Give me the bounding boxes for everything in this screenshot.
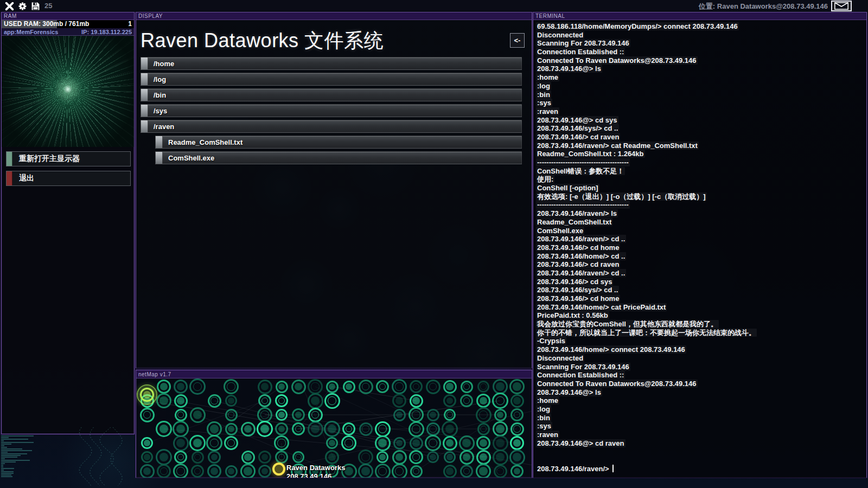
netmap-node[interactable] xyxy=(492,393,508,409)
netmap-node[interactable] xyxy=(189,435,206,451)
netmap-node[interactable] xyxy=(410,394,423,408)
netmap-node[interactable] xyxy=(427,409,439,421)
netmap-node[interactable] xyxy=(173,421,189,437)
netmap-node[interactable] xyxy=(375,435,391,451)
netmap-node[interactable] xyxy=(274,435,289,451)
netmap-node[interactable] xyxy=(190,407,206,423)
netmap-node[interactable] xyxy=(358,464,373,478)
netmap-node[interactable] xyxy=(341,435,356,451)
netmap-node[interactable] xyxy=(509,379,525,394)
netmap-node[interactable] xyxy=(410,436,423,450)
netmap-node[interactable] xyxy=(444,451,456,463)
netmap-node[interactable] xyxy=(510,436,524,450)
netmap-node[interactable] xyxy=(442,421,458,437)
netmap-node[interactable] xyxy=(173,464,188,478)
netmap-node[interactable] xyxy=(308,421,323,437)
netmap-node[interactable] xyxy=(157,380,171,394)
netmap-player-node[interactable] xyxy=(140,388,154,402)
netmap-node[interactable] xyxy=(225,409,238,421)
netmap-node[interactable] xyxy=(275,451,288,464)
netmap-node[interactable] xyxy=(258,465,271,478)
netmap-node[interactable] xyxy=(225,465,238,478)
netmap-node[interactable] xyxy=(476,394,490,408)
netmap-node[interactable] xyxy=(325,450,339,464)
netmap-node[interactable] xyxy=(343,381,355,393)
netmap-node[interactable] xyxy=(191,465,204,478)
netmap-node[interactable] xyxy=(459,450,474,465)
netmap-node[interactable] xyxy=(494,409,507,421)
netmap-node[interactable] xyxy=(393,437,406,450)
exit-button[interactable]: 退出 xyxy=(6,171,131,186)
netmap-node[interactable] xyxy=(510,465,524,478)
netmap-node[interactable] xyxy=(258,451,271,464)
netmap-node[interactable] xyxy=(510,408,524,421)
netmap-node[interactable] xyxy=(241,451,255,464)
netmap-node[interactable] xyxy=(156,421,172,437)
netmap-node[interactable] xyxy=(225,395,237,407)
netmap-node[interactable] xyxy=(308,379,323,394)
netmap-node[interactable] xyxy=(476,450,491,465)
terminal-body[interactable]: 69.58.186.118/home/MemoryDumps/> connect… xyxy=(533,20,866,478)
netmap-node[interactable] xyxy=(189,378,206,395)
netmap-node[interactable] xyxy=(375,464,391,478)
netmap-node[interactable] xyxy=(376,380,389,393)
netmap-node[interactable] xyxy=(224,436,238,450)
netmap-node[interactable] xyxy=(392,450,407,465)
netmap-node[interactable] xyxy=(393,409,406,421)
netmap-node[interactable] xyxy=(493,379,508,394)
netmap-node[interactable] xyxy=(225,423,238,435)
netmap-node[interactable] xyxy=(140,408,155,422)
netmap-node[interactable] xyxy=(477,381,489,393)
netmap-node[interactable] xyxy=(342,422,355,435)
netmap-node[interactable] xyxy=(427,451,439,463)
netmap-node[interactable] xyxy=(308,408,323,422)
netmap-node[interactable] xyxy=(241,422,256,436)
netmap-node[interactable] xyxy=(275,394,288,407)
save-disk-icon[interactable] xyxy=(31,2,40,11)
netmap-node[interactable] xyxy=(257,407,272,422)
netmap-node[interactable] xyxy=(174,380,188,394)
netmap-node[interactable] xyxy=(443,394,456,407)
netmap-node[interactable] xyxy=(444,409,456,421)
netmap-node[interactable] xyxy=(208,394,221,408)
netmap-node[interactable] xyxy=(493,450,508,465)
netmap-node[interactable] xyxy=(292,408,305,421)
netmap-node[interactable] xyxy=(443,436,457,451)
terminal-prompt[interactable]: 208.73.49.146/raven/> xyxy=(537,465,614,473)
settings-gear-icon[interactable] xyxy=(18,2,27,11)
netmap-node[interactable] xyxy=(460,465,473,478)
netmap-node[interactable] xyxy=(173,435,189,451)
netmap-node[interactable] xyxy=(207,464,221,478)
netmap-node[interactable] xyxy=(426,422,440,436)
netmap-node[interactable] xyxy=(292,422,305,435)
netmap-node[interactable] xyxy=(443,465,457,478)
netmap-node[interactable] xyxy=(410,380,423,393)
close-icon[interactable] xyxy=(5,2,14,11)
netmap-node[interactable] xyxy=(477,423,490,435)
netmap-node[interactable] xyxy=(425,435,441,451)
file-entry[interactable]: Readme_ComShell.txt xyxy=(155,136,522,149)
netmap-node[interactable] xyxy=(258,394,271,407)
netmap-node[interactable] xyxy=(326,437,338,449)
netmap-node[interactable] xyxy=(208,451,221,464)
netmap-node[interactable] xyxy=(392,379,407,394)
netmap-node[interactable] xyxy=(494,465,507,478)
netmap-node[interactable] xyxy=(460,394,473,407)
netmap-node[interactable] xyxy=(174,451,187,464)
netmap-node[interactable] xyxy=(476,464,491,478)
netmap-node[interactable] xyxy=(409,450,423,464)
folder-entry[interactable]: /raven xyxy=(141,120,522,133)
netmap-node[interactable] xyxy=(461,381,473,393)
netmap-node[interactable] xyxy=(359,422,373,436)
netmap-node[interactable] xyxy=(156,449,172,465)
netmap-node[interactable] xyxy=(358,450,373,465)
netmap-node[interactable] xyxy=(375,421,391,437)
netmap-node[interactable] xyxy=(426,380,441,394)
netmap-node[interactable] xyxy=(409,421,424,437)
netmap-node[interactable] xyxy=(510,394,524,408)
netmap-node[interactable] xyxy=(326,381,339,393)
netmap-node[interactable] xyxy=(509,450,525,465)
folder-entry[interactable]: /log xyxy=(141,73,522,86)
folder-entry[interactable]: /home xyxy=(141,57,522,70)
file-entry[interactable]: ComShell.exe xyxy=(155,151,522,164)
